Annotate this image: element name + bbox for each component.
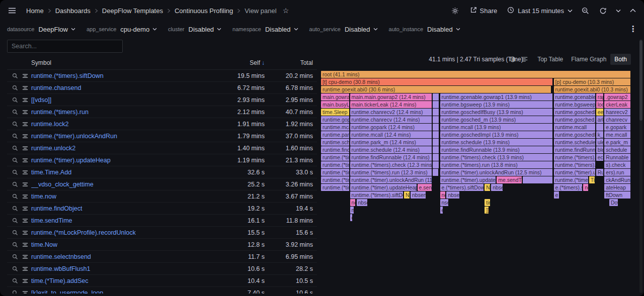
symbol-link[interactable]: [k]exit_to_usermode_loop (31, 289, 218, 294)
flame-segment[interactable]: s).check (604, 161, 631, 168)
flame-segment[interactable]: main.main.gowrap2 (12.4 mins) (350, 93, 432, 101)
focus-symbol-icon[interactable] (12, 266, 18, 272)
flame-segment[interactable]: ckAndRun (604, 176, 631, 183)
flame-segment[interactable]: ers).run (604, 169, 631, 176)
flame-segment[interactable]: runtime.(*timer).unlockAndRun (554, 169, 596, 176)
flame-segment[interactable]: runtime.gcenable.gowrap1 (554, 93, 596, 101)
flame-segment[interactable] (433, 131, 440, 138)
sandwich-view-icon[interactable] (22, 266, 28, 272)
symbol-link[interactable]: time.(*Time).addSec (31, 277, 218, 284)
flame-segment[interactable]: runtime.(*timer).unlockAndRun (321, 169, 350, 176)
flame-segment[interactable]: runtime.(*timers).run (12.3 mins) (350, 169, 432, 176)
flame-segment[interactable]: now (440, 191, 446, 199)
focus-symbol-icon[interactable] (12, 254, 18, 260)
symbol-link[interactable]: time.now (31, 193, 218, 200)
refresh-interval-dropdown[interactable] (616, 9, 621, 13)
sandwich-view-icon[interactable] (22, 254, 28, 260)
symbol-link[interactable]: runtime.(*timer).unlockAndRun (31, 133, 218, 140)
flame-segment[interactable]: runtime.mcall (554, 124, 596, 131)
flame-segment[interactable] (433, 146, 440, 153)
flame-segment[interactable]: eck (596, 154, 604, 161)
flame-segment[interactable]: main.tickerLeak (12.4 mins) (350, 101, 432, 108)
flame-segment[interactable]: runtime.gosched_m (13.9 mins) (440, 116, 553, 123)
flame-segment[interactable]: chanrecv (604, 116, 631, 123)
focus-symbol-icon[interactable] (12, 230, 18, 236)
scrollbar-thumb[interactable] (639, 40, 642, 121)
flame-segment[interactable]: time.Sleep (321, 109, 350, 116)
flame-segment[interactable] (433, 169, 439, 176)
flame-segment[interactable]: runtime.findRunnable (554, 146, 596, 153)
flame-segment[interactable]: runtime.(*timer).unlockAndRun (11.8 mins… (350, 176, 432, 183)
panel-menu-icon[interactable]: ⋮ (629, 25, 637, 33)
color-scheme-icon[interactable] (509, 56, 516, 63)
flame-segment[interactable] (433, 161, 440, 168)
flame-segment[interactable] (433, 93, 440, 101)
sandwich-view-icon[interactable] (22, 97, 28, 103)
flame-segment[interactable]: runtime.goschedIfBusy (554, 109, 596, 116)
flame-segment[interactable]: runtime.gcenable.gowrap1 (13.9 mins) (440, 93, 553, 101)
flame-segment[interactable]: runtime.(*timers).check (554, 154, 596, 161)
flame-segment[interactable]: runtime.(*timers).check (12.3 mins) (350, 161, 432, 168)
breadcrumb-continuous-profiling[interactable]: Continuous Profiling (175, 7, 233, 15)
sandwich-view-icon[interactable] (22, 85, 28, 91)
symbol-link[interactable]: runtime.(*timers).siftDown (31, 72, 218, 79)
flame-segment[interactable]: e.sendTime (418, 184, 432, 191)
flame-segment[interactable]: me.sendTime (497, 176, 522, 183)
sandwich-view-icon[interactable] (22, 218, 28, 224)
focus-symbol-icon[interactable] (12, 242, 18, 248)
sandwich-view-icon[interactable] (22, 109, 28, 115)
focus-symbol-icon[interactable] (12, 109, 18, 115)
flame-segment[interactable]: runtime.(*timers).run (13.8 mins) (440, 161, 553, 168)
flame-segment[interactable]: me (350, 207, 355, 214)
focus-symbol-icon[interactable] (12, 73, 18, 79)
flame-segment[interactable]: main.gowrap1 (321, 93, 350, 101)
symbol-link[interactable]: time.sendTime (31, 217, 218, 224)
flame-segment[interactable]: nbsend (411, 191, 426, 199)
mega-menu-toggle[interactable] (7, 6, 17, 16)
flame-segment[interactable]: runtime.(*timers).run (554, 161, 596, 168)
focus-symbol-icon[interactable] (12, 97, 18, 103)
flame-segment[interactable]: ark (596, 116, 604, 123)
flame-segment[interactable]: ble (596, 146, 604, 153)
flame-segment[interactable]: runtime.gosched_m (554, 116, 596, 123)
view-option-flame-graph[interactable]: Flame Graph (567, 54, 610, 65)
text-align-icon[interactable] (521, 56, 528, 63)
flame-segment[interactable]: runtime.park_m (321, 131, 350, 138)
time-range-picker[interactable]: Last 15 minutes (507, 7, 573, 15)
flame-segment[interactable]: e (440, 207, 443, 214)
flame-segment[interactable]: runtime.(*timers).siftDown (350, 191, 404, 199)
symbol-link[interactable]: runtime.(*mLockProfile).recordUnlock (31, 229, 218, 236)
flame-segment[interactable]: runtime.goexit.abi0 (10.3 mins) (554, 86, 631, 93)
flame-segment[interactable]: root (41.1 mins) (321, 71, 631, 78)
flame-segment[interactable]: now (350, 199, 356, 206)
refresh-button[interactable] (598, 6, 608, 16)
flame-segment[interactable]: runtime.mcall (12.4 mins) (350, 131, 432, 138)
focus-symbol-icon[interactable] (12, 145, 18, 151)
focus-symbol-icon[interactable] (12, 85, 18, 91)
flame-segment[interactable]: runtime.(*timer).updateHeap (10.9 mins) (350, 184, 417, 191)
flame-segment[interactable]: runtime.schedule (12.4 mins) (350, 146, 432, 153)
flame-segment[interactable]: ckerLeak (604, 101, 631, 108)
flame-segment[interactable]: Run (596, 169, 604, 176)
sandwich-view-icon[interactable] (22, 157, 28, 163)
flame-segment[interactable] (433, 139, 440, 146)
flame-segment[interactable]: runtime.goschedImpl (13.9 mins) (440, 131, 553, 138)
flame-segment[interactable]: runtime.gopark (12.4 mins) (350, 124, 432, 131)
flame-segment[interactable] (596, 124, 604, 131)
flame-segment[interactable]: Down (609, 199, 618, 206)
flame-segment[interactable]: k_m (596, 131, 604, 138)
favorite-star-icon[interactable]: ☆ (283, 7, 289, 15)
symbol-link[interactable]: runtime.(*timers).run (31, 109, 218, 116)
flame-segment[interactable]: e.gopark (604, 124, 631, 131)
flame-segment[interactable]: nsend (440, 199, 449, 206)
namespace-select[interactable]: Disabled (265, 26, 298, 33)
symbol-link[interactable]: [[vdso]] (31, 96, 218, 104)
sandwich-view-icon[interactable] (22, 278, 28, 284)
flame-segment[interactable]: eep (596, 109, 604, 116)
focus-symbol-icon[interactable] (12, 206, 18, 212)
flame-segment[interactable]: rap1 (596, 93, 604, 101)
flame-segment[interactable]: runtime.(*timers).check (321, 154, 350, 161)
flame-segment[interactable] (433, 101, 440, 108)
flame-segment[interactable] (433, 116, 440, 123)
flame-segment[interactable]: e (350, 214, 353, 221)
